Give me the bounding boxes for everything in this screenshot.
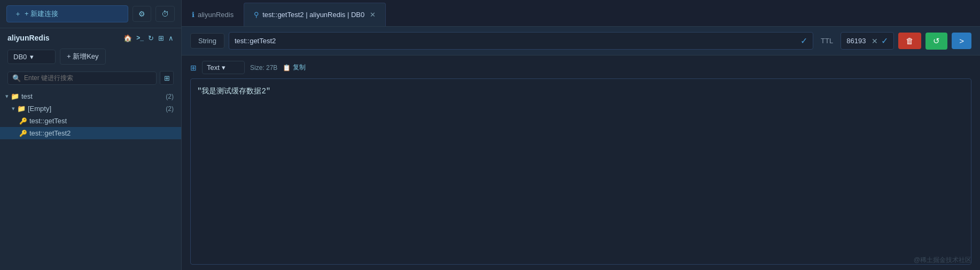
copy-button[interactable]: 📋 复制 — [283, 63, 306, 72]
key-icon: 🔑 — [19, 117, 27, 125]
format-label: Text — [207, 63, 220, 72]
tree-count-test: (2) — [166, 93, 174, 100]
ttl-confirm-icon[interactable]: ✓ — [881, 36, 888, 46]
add-key-label: + 新增Key — [67, 52, 99, 61]
search-row: 🔍 ⊞ — [0, 68, 181, 88]
copy-label: 复制 — [293, 63, 306, 72]
size-label: Size: 27B — [250, 64, 277, 72]
tree-label-empty: [Empty] — [28, 105, 51, 113]
gear-icon: ⚙ — [138, 10, 145, 18]
grid-view-button[interactable]: ⊞ — [160, 71, 174, 85]
search-input[interactable] — [24, 74, 152, 82]
add-key-button[interactable]: + 新增Key — [60, 49, 106, 65]
format-select[interactable]: Text ▾ — [202, 61, 245, 74]
value-toolbar: ⊞ Text ▾ Size: 27B 📋 复制 — [190, 61, 971, 74]
type-badge: String — [190, 33, 224, 49]
key-toolbar: String ✓ TTL 86193 ✕ ✓ 🗑 ↺ > — [182, 27, 980, 55]
terminal-icon[interactable]: >_ — [136, 34, 144, 42]
key-icon: 🔑 — [19, 130, 27, 137]
db-select-value: DB0 — [13, 53, 27, 61]
tab-gettest2[interactable]: ⚲ test::getTest2 | aliyunRedis | DB0 ✕ — [244, 3, 386, 26]
tree-label-gettest2: test::getTest2 — [29, 129, 71, 137]
tabs-bar: ℹ aliyunRedis ⚲ test::getTest2 | aliyunR… — [182, 0, 980, 27]
ttl-clear-icon[interactable]: ✕ — [872, 37, 878, 45]
extra-button[interactable]: > — [952, 33, 971, 49]
search-icon: 🔍 — [12, 74, 21, 82]
refresh-button[interactable]: ↺ — [925, 33, 947, 50]
tree-item-empty[interactable]: ▾ 📁 [Empty] (2) — [0, 102, 181, 115]
sidebar-tree: ▾ 📁 test (2) ▾ 📁 [Empty] (2) 🔑 test::get… — [0, 88, 181, 270]
tab-search-icon: ⚲ — [254, 11, 259, 19]
ttl-input-wrap: 86193 ✕ ✓ — [841, 32, 894, 50]
tab-aliyunredis[interactable]: ℹ aliyunRedis — [182, 3, 244, 26]
main-area: ℹ aliyunRedis ⚲ test::getTest2 | aliyunR… — [182, 0, 980, 270]
key-confirm-icon[interactable]: ✓ — [800, 36, 807, 46]
chevron-down-icon: ▾ — [5, 93, 9, 100]
tree-item-test[interactable]: ▾ 📁 test (2) — [0, 90, 181, 102]
copy-icon: 📋 — [283, 64, 291, 72]
db-controls: DB0 ▾ + 新增Key — [0, 45, 181, 68]
collapse-icon[interactable]: ∧ — [168, 34, 174, 42]
tab-info-icon: ℹ — [192, 11, 195, 19]
tab-label-aliyunredis: aliyunRedis — [198, 11, 234, 19]
value-area: ⊞ Text ▾ Size: 27B 📋 复制 "我是测试缓存数据2" — [182, 55, 980, 270]
connection-name: aliyunRedis — [7, 34, 50, 42]
chevron-down-icon: ▾ — [30, 53, 34, 61]
extra-icon: > — [959, 36, 964, 45]
sidebar-topbar: ＋ + 新建连接 ⚙ ⏱ — [0, 0, 181, 28]
sidebar: ＋ + 新建连接 ⚙ ⏱ aliyunRedis 🏠 >_ ↻ ⊞ ∧ DB0 … — [0, 0, 182, 270]
ttl-label: TTL — [818, 37, 836, 45]
clock-button[interactable]: ⏱ — [155, 6, 175, 22]
tree-label-test: test — [21, 92, 33, 100]
folder-icon: 📁 — [11, 92, 19, 100]
key-input-wrap: ✓ — [229, 32, 813, 50]
grid-icon[interactable]: ⊞ — [158, 34, 164, 42]
db-select[interactable]: DB0 ▾ — [7, 50, 56, 64]
ttl-value: 86193 — [846, 37, 872, 45]
connection-header: aliyunRedis 🏠 >_ ↻ ⊞ ∧ — [0, 28, 181, 45]
connection-name-text: aliyunRedis — [7, 34, 50, 42]
folder-icon: 📁 — [17, 105, 26, 113]
clock-icon: ⏱ — [161, 10, 169, 18]
gear-button[interactable]: ⚙ — [133, 6, 151, 22]
tab-label-gettest2: test::getTest2 | aliyunRedis | DB0 — [262, 11, 364, 19]
key-input[interactable] — [235, 37, 800, 45]
tree-count-empty: (2) — [166, 105, 174, 113]
tree-item-gettest[interactable]: 🔑 test::getTest — [0, 115, 181, 127]
delete-icon: 🗑 — [906, 36, 914, 45]
tree-item-gettest2[interactable]: 🔑 test::getTest2 — [0, 127, 181, 139]
connection-icons: 🏠 >_ ↻ ⊞ ∧ — [123, 34, 174, 42]
search-input-wrap: 🔍 — [7, 72, 157, 85]
home-icon[interactable]: 🏠 — [123, 34, 132, 42]
new-connection-button[interactable]: ＋ + 新建连接 — [6, 5, 128, 22]
refresh-icon[interactable]: ↻ — [148, 34, 154, 42]
value-editor[interactable]: "我是测试缓存数据2" — [190, 78, 971, 265]
tree-label-gettest: test::getTest — [29, 117, 67, 125]
chevron-down-icon: ▾ — [222, 63, 225, 72]
plus-icon: ＋ — [14, 9, 21, 19]
delete-button[interactable]: 🗑 — [898, 33, 921, 49]
watermark: @稀土掘金技术社区 — [914, 256, 971, 265]
chevron-down-icon: ▾ — [12, 105, 15, 112]
tab-close-button[interactable]: ✕ — [370, 11, 376, 19]
view-icon: ⊞ — [190, 63, 197, 72]
refresh-icon: ↺ — [933, 36, 940, 45]
